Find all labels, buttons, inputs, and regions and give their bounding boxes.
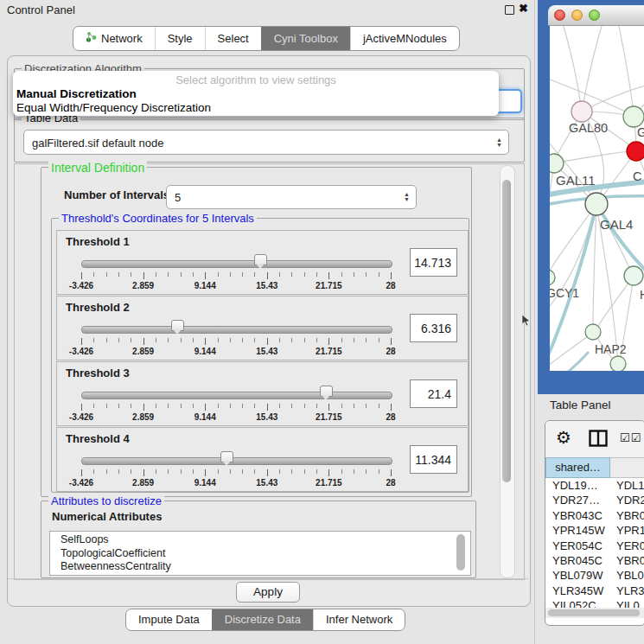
network-node-label: C [633,169,641,183]
apply-button[interactable]: Apply [236,582,300,603]
table-data-value: galFiltered.sif default node [32,136,163,149]
slider-thumb[interactable] [254,254,267,265]
threshold-3-slider[interactable]: -3.426 2.859 9.144 15.43 21.715 28 [81,386,391,424]
threshold-1-value-field[interactable]: 14.713 [410,248,457,277]
tab-infer-network[interactable]: Infer Network [313,609,405,630]
network-node[interactable] [571,101,592,122]
network-node[interactable] [550,270,555,285]
network-node[interactable] [624,266,643,285]
tab-jactivemnodules[interactable]: jActiveMNodules [350,27,459,50]
threshold-1-label: Threshold 1 [66,235,130,248]
list-item[interactable]: TopologicalCoefficient [50,547,470,561]
network-node-label: GAL80 [569,121,608,135]
minimize-traffic-light-icon[interactable] [571,10,583,21]
table-row[interactable]: YLR345WYLR3 [545,583,644,598]
algorithm-option-equal-width[interactable]: Equal Width/Frequency Discretization [13,101,499,115]
column-header-name[interactable]: n [610,457,644,478]
table-horizontal-scrollbar[interactable] [545,608,644,618]
checkbox-columns-icon[interactable]: ☑☑ [620,431,641,444]
network-node[interactable] [627,142,644,161]
close-window-icon[interactable]: ✖ [519,2,528,15]
mouse-cursor-icon [522,315,532,331]
algorithm-option-manual[interactable]: Manual Discretization [13,87,499,101]
threshold-4-value-field[interactable]: 11.344 [410,445,457,474]
table-panel-title: Table Panel [550,399,611,411]
tick-label: 28 [386,478,395,488]
network-node[interactable] [585,193,608,215]
numerical-attributes-list[interactable]: SelfLoops TopologicalCoefficient Between… [49,531,471,576]
list-item[interactable]: SelfLoops [50,532,470,547]
threshold-2-slider[interactable]: -3.426 2.859 9.144 15.43 21.715 28 [81,320,391,358]
slider-track[interactable] [81,326,392,334]
tab-cyni-toolbox[interactable]: Cyni Toolbox [261,27,350,50]
slider-minor-ticks [81,404,392,408]
apply-row: Apply [8,578,528,603]
threshold-2-label: Threshold 2 [66,301,130,314]
table-row[interactable]: YIL052CYIL0 [545,598,644,608]
network-node[interactable] [610,356,626,371]
window-title: Control Panel [7,3,75,16]
tab-impute-data[interactable]: Impute Data [126,609,212,630]
table-panel-toolbar: ⚙ ☑☑ [545,421,644,457]
list-scrollbar-thumb[interactable] [456,534,465,571]
table-data-combobox[interactable]: galFiltered.sif default node ▲▼ [23,130,509,155]
interval-definition-group: Interval Definition Number of Intervals … [41,167,472,497]
tick-label: 2.859 [132,281,154,290]
tab-discretize-data[interactable]: Discretize Data [212,609,313,630]
slider-track[interactable] [81,457,392,465]
threshold-4-panel: Threshold 4 -3.426 2.859 9.144 15.43 21.… [56,427,469,492]
scrollbar-thumb[interactable] [502,180,511,482]
close-traffic-light-icon[interactable] [554,10,565,21]
list-item[interactable]: BetweennessCentrality [50,560,470,574]
tick-label: 9.144 [194,347,216,356]
tick-label: 21.715 [316,281,342,290]
slider-thumb[interactable] [320,386,333,397]
control-panel-titlebar: Control Panel ✖ [0,0,534,19]
table-row[interactable]: YPR145WYPR1 [545,523,644,538]
gear-icon[interactable]: ⚙ [556,427,571,448]
table-row[interactable]: YBR045CYBR0 [545,553,644,568]
network-node[interactable] [623,106,644,127]
thresholds-group: Threshold's Coordinates for 5 Intervals … [51,218,469,493]
slider-thumb[interactable] [171,320,184,331]
zoom-traffic-light-icon[interactable] [589,10,600,21]
scrollbar-thumb[interactable] [548,609,640,616]
tab-style[interactable]: Style [155,27,205,50]
slider-thumb[interactable] [220,451,233,462]
algorithm-placeholder-option[interactable]: Select algorithm to view settings [13,73,499,87]
table-rows: YDL19…YDL1 YDR27…YDR2 YBR043CYBR0 YPR145… [545,478,644,608]
tick-label: -3.426 [69,412,93,422]
threshold-2-panel: Threshold 2 -3.426 2.859 9.144 15.43 21.… [56,296,469,360]
tab-network[interactable]: Network [73,27,155,50]
tick-label: 28 [386,281,395,290]
threshold-2-value-field[interactable]: 6.316 [410,314,457,342]
network-node[interactable] [585,324,601,340]
network-node-label: HAP2 [595,342,627,356]
float-window-icon[interactable] [505,5,514,15]
tick-label: 9.144 [194,281,216,290]
split-pane-icon[interactable] [589,430,608,450]
stepper-arrows-icon: ▲▼ [404,192,410,202]
threshold-1-slider[interactable]: -3.426 2.859 9.144 15.43 21.715 28 [81,254,391,292]
slider-track[interactable] [81,260,392,268]
table-row[interactable]: YER054CYER0 [545,539,644,553]
network-node[interactable] [550,154,564,173]
table-row[interactable]: YBR043CYBR0 [545,508,644,523]
tab-select[interactable]: Select [205,27,261,50]
slider-track[interactable] [81,392,392,399]
number-of-intervals-combobox[interactable]: 5 ▲▼ [166,185,417,209]
table-row[interactable]: YDL19…YDL1 [545,478,644,493]
network-canvas[interactable]: GAL80GACGAL11GAL4GCY1HHAP2 [550,26,644,371]
threshold-4-label: Threshold 4 [66,432,130,445]
stepper-arrows-icon: ▲▼ [496,137,502,148]
settings-vertical-scrollbar[interactable] [500,165,515,578]
network-window-titlebar[interactable] [548,5,644,26]
table-row[interactable]: YDR27…YDR2 [545,493,644,507]
column-header-shared-name[interactable]: shared… [545,457,610,478]
threshold-4-slider[interactable]: -3.426 2.859 9.144 15.43 21.715 28 [81,451,391,489]
network-icon [86,28,97,49]
tick-label: 15.43 [256,347,277,356]
tick-label: 28 [386,347,395,356]
table-row[interactable]: YBL079WYBL0 [545,568,644,583]
threshold-3-value-field[interactable]: 21.4 [410,379,457,408]
